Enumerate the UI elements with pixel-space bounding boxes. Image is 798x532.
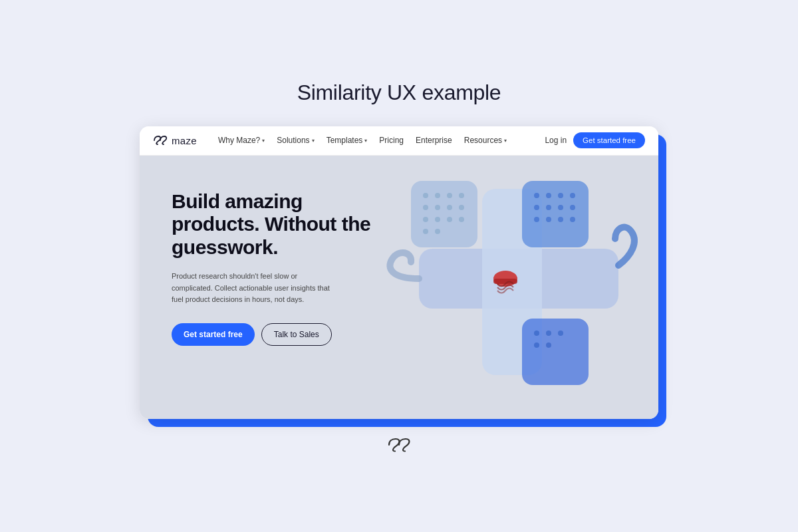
svg-point-35 bbox=[546, 342, 551, 348]
page-title: Similarity UX example bbox=[297, 80, 501, 105]
svg-point-5 bbox=[447, 193, 452, 198]
hero-cta-secondary[interactable]: Talk to Sales bbox=[261, 323, 332, 346]
svg-point-24 bbox=[558, 205, 563, 210]
nav-login-button[interactable]: Log in bbox=[545, 136, 567, 145]
svg-point-22 bbox=[534, 205, 539, 210]
svg-point-28 bbox=[558, 217, 563, 222]
svg-point-34 bbox=[534, 342, 539, 348]
chevron-icon: ▾ bbox=[262, 138, 265, 144]
nav-logo[interactable]: maze bbox=[153, 135, 197, 146]
chevron-icon: ▾ bbox=[312, 138, 315, 144]
hero-section: Build amazing products. Without the gues… bbox=[140, 156, 658, 419]
navbar: maze Why Maze? ▾ Solutions ▾ Templates ▾… bbox=[140, 126, 658, 156]
svg-point-15 bbox=[423, 229, 428, 234]
nav-link-pricing[interactable]: Pricing bbox=[374, 133, 409, 148]
footer-icon-area bbox=[387, 438, 411, 452]
hero-illustration bbox=[339, 156, 658, 419]
svg-point-18 bbox=[534, 193, 539, 198]
hero-cta-primary[interactable]: Get started free bbox=[172, 323, 255, 346]
svg-point-6 bbox=[459, 193, 464, 198]
svg-point-33 bbox=[558, 331, 563, 336]
svg-rect-2 bbox=[411, 181, 477, 247]
maze-footer-icon bbox=[387, 438, 411, 452]
hero-buttons: Get started free Talk to Sales bbox=[172, 323, 378, 346]
browser-wrapper: maze Why Maze? ▾ Solutions ▾ Templates ▾… bbox=[140, 126, 658, 419]
svg-point-10 bbox=[459, 205, 464, 210]
svg-point-7 bbox=[423, 205, 428, 210]
nav-link-enterprise[interactable]: Enterprise bbox=[410, 133, 458, 148]
svg-point-19 bbox=[546, 193, 551, 198]
svg-point-21 bbox=[570, 193, 575, 198]
nav-cta-button[interactable]: Get started free bbox=[573, 132, 645, 148]
nav-links: Why Maze? ▾ Solutions ▾ Templates ▾ Pric… bbox=[213, 133, 545, 148]
svg-point-8 bbox=[435, 205, 440, 210]
svg-point-20 bbox=[558, 193, 563, 198]
hero-subtext: Product research shouldn't feel slow or … bbox=[172, 271, 331, 306]
nav-link-resources[interactable]: Resources ▾ bbox=[459, 133, 512, 148]
maze-logo-icon bbox=[153, 136, 168, 145]
svg-rect-17 bbox=[522, 181, 589, 247]
svg-point-14 bbox=[459, 217, 464, 222]
svg-point-9 bbox=[447, 205, 452, 210]
hero-headline: Build amazing products. Without the gues… bbox=[172, 190, 378, 259]
hero-content: Build amazing products. Without the gues… bbox=[172, 190, 378, 346]
svg-point-32 bbox=[546, 331, 551, 336]
chevron-icon: ▾ bbox=[504, 138, 507, 144]
svg-rect-30 bbox=[522, 319, 589, 385]
svg-point-16 bbox=[435, 229, 440, 234]
svg-point-11 bbox=[423, 217, 428, 222]
svg-point-12 bbox=[435, 217, 440, 222]
svg-point-31 bbox=[534, 331, 539, 336]
browser-frame: maze Why Maze? ▾ Solutions ▾ Templates ▾… bbox=[140, 126, 658, 419]
nav-link-solutions[interactable]: Solutions ▾ bbox=[271, 133, 319, 148]
chevron-icon: ▾ bbox=[364, 138, 367, 144]
svg-point-3 bbox=[423, 193, 428, 198]
svg-point-29 bbox=[570, 217, 575, 222]
svg-point-25 bbox=[570, 205, 575, 210]
nav-logo-text: maze bbox=[172, 135, 197, 146]
nav-actions: Log in Get started free bbox=[545, 132, 645, 148]
nav-link-templates[interactable]: Templates ▾ bbox=[321, 133, 373, 148]
svg-point-26 bbox=[534, 217, 539, 222]
svg-point-4 bbox=[435, 193, 440, 198]
svg-point-27 bbox=[546, 217, 551, 222]
svg-point-23 bbox=[546, 205, 551, 210]
nav-link-why-maze[interactable]: Why Maze? ▾ bbox=[213, 133, 270, 148]
svg-point-13 bbox=[447, 217, 452, 222]
